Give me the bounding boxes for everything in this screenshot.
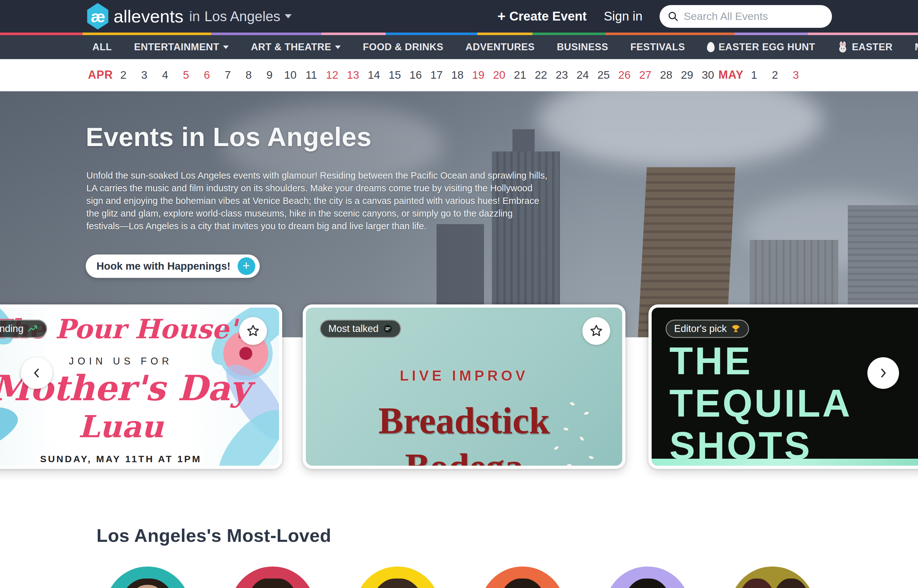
carousel-prev-button[interactable] — [21, 357, 52, 389]
allevents-homepage: æ allevents in Los Angeles + Create Even… — [0, 0, 918, 588]
organizer-avatar[interactable] — [355, 567, 440, 588]
flyer-kicker: LIVE IMPROV — [306, 367, 622, 384]
date-item[interactable]: 23 — [551, 69, 572, 81]
organizer-avatar[interactable] — [730, 567, 815, 588]
search-icon — [668, 10, 678, 23]
date-item[interactable]: 10 — [280, 69, 301, 81]
tab-food-drinks[interactable]: FOOD & DRINKS — [363, 41, 444, 53]
allevents-logo[interactable]: æ allevents — [86, 3, 183, 30]
date-item[interactable]: 15 — [384, 69, 405, 81]
subscribe-happenings-button[interactable]: Hook me with Happenings! + — [86, 255, 260, 278]
date-item[interactable]: 2 — [113, 69, 134, 81]
tab-business[interactable]: BUSINESS — [557, 41, 608, 53]
date-item[interactable]: 16 — [405, 69, 426, 81]
editors-pick-badge: Editor's pick — [665, 320, 749, 338]
bookmark-star-button[interactable] — [239, 317, 267, 345]
tab-easter-egg-hunt[interactable]: EASTER EGG HUNT — [707, 41, 815, 53]
rainbow-divider — [0, 32, 918, 35]
date-item[interactable]: 22 — [531, 69, 551, 81]
plus-icon: + — [497, 8, 505, 24]
date-item[interactable]: 24 — [572, 69, 593, 81]
flyer-date-line: SUNDAY, MAY 11TH AT 1PM — [0, 454, 279, 464]
date-item[interactable]: 12 — [322, 69, 343, 81]
carousel-next-button[interactable] — [868, 357, 899, 389]
mint-strip-decor — [652, 459, 918, 466]
date-item[interactable]: 25 — [593, 69, 614, 81]
chevron-down-icon — [335, 45, 341, 49]
trending-up-icon — [28, 325, 39, 333]
date-item[interactable]: 6 — [196, 69, 217, 81]
create-event-label: Create Event — [509, 9, 587, 23]
tab-all[interactable]: ALL — [92, 41, 112, 53]
search-input[interactable] — [683, 10, 824, 23]
organizer-avatar[interactable] — [605, 567, 690, 588]
date-item[interactable]: 3 — [785, 69, 806, 81]
star-icon — [246, 324, 260, 338]
avatar-face — [738, 578, 776, 588]
date-item[interactable]: 26 — [614, 69, 635, 81]
date-item[interactable]: 3 — [134, 69, 155, 81]
date-item[interactable]: 13 — [343, 69, 363, 81]
event-card-breadstick-bodega[interactable]: LIVE IMPROV Breadstick Bodega Most talke… — [303, 304, 625, 469]
chevron-down-icon — [285, 14, 291, 18]
city-name: Los Angeles — [204, 8, 280, 24]
organizer-avatar[interactable] — [480, 567, 565, 588]
bunny-icon — [837, 41, 848, 53]
date-item[interactable]: 7 — [217, 69, 238, 81]
header: æ allevents in Los Angeles + Create Even… — [0, 0, 918, 32]
tab-art-theatre[interactable]: ART & THEATRE — [251, 41, 341, 53]
sign-in-button[interactable]: Sign in — [604, 9, 643, 23]
tab-adventures[interactable]: ADVENTURES — [466, 41, 535, 53]
allevents-logo-icon: æ — [86, 3, 110, 30]
chevron-right-icon — [878, 367, 889, 379]
chevron-left-icon — [31, 367, 42, 379]
featured-events-carousel: The Pour House's JOIN US FOR Mother's Da… — [0, 304, 918, 469]
hero-banner: Events in Los Angeles Unfold the sun-soa… — [0, 91, 918, 337]
date-item[interactable]: 14 — [363, 69, 384, 81]
city-prefix: in — [189, 8, 200, 24]
date-item[interactable]: 9 — [259, 69, 280, 81]
date-item[interactable]: 30 — [698, 69, 719, 81]
city-description: Unfold the sun-soaked Los Angeles events… — [86, 169, 561, 233]
organizer-avatar[interactable] — [230, 567, 316, 588]
tab-festivals[interactable]: FESTIVALS — [630, 41, 685, 53]
date-item[interactable]: 29 — [677, 69, 698, 81]
date-item[interactable]: 21 — [510, 69, 531, 81]
date-item[interactable]: 17 — [426, 69, 447, 81]
date-item[interactable]: 27 — [635, 69, 656, 81]
bookmark-star-button[interactable] — [582, 317, 610, 345]
search-bar[interactable] — [659, 5, 832, 28]
plus-icon: + — [238, 257, 255, 275]
date-item[interactable]: 1 — [744, 69, 764, 81]
date-item[interactable]: 20 — [489, 69, 510, 81]
most-talked-badge: Most talked — [320, 320, 401, 338]
date-item[interactable]: 5 — [176, 69, 196, 81]
logo-wordmark: allevents — [113, 6, 183, 27]
date-item[interactable]: 4 — [155, 69, 176, 81]
date-item[interactable]: 19 — [468, 69, 489, 81]
date-month-may[interactable]: MAY — [719, 68, 744, 82]
date-item[interactable]: 2 — [764, 69, 785, 81]
date-item[interactable]: 8 — [238, 69, 259, 81]
tab-easter[interactable]: EASTER — [837, 41, 893, 53]
star-icon — [589, 324, 603, 338]
tab-entertainment[interactable]: ENTERTAINMENT — [134, 41, 229, 53]
create-event-button[interactable]: + Create Event — [497, 8, 586, 24]
chevron-down-icon — [223, 45, 229, 49]
avatar-face — [772, 578, 810, 588]
city-selector[interactable]: in Los Angeles — [189, 8, 291, 24]
easter-egg-icon — [707, 42, 715, 52]
tab-more[interactable]: MORE — [915, 41, 918, 53]
date-item[interactable]: 11 — [301, 69, 322, 81]
organizer-avatar[interactable] — [105, 567, 190, 588]
trophy-icon — [731, 324, 740, 333]
avatar-face — [624, 578, 671, 588]
flyer-title-line1: Breadstick — [306, 399, 622, 442]
most-loved-section: Los Angeles's Most-Loved — [0, 525, 918, 546]
date-month-apr[interactable]: APR — [88, 68, 113, 82]
date-item[interactable]: 18 — [447, 69, 468, 81]
date-strip: APR 2 3 4 5 6 7 8 9 10 11 12 13 14 15 16… — [0, 59, 918, 91]
page-title: Events in Los Angeles — [86, 122, 372, 152]
header-actions: + Create Event Sign in — [497, 5, 832, 28]
date-item[interactable]: 28 — [656, 69, 677, 81]
